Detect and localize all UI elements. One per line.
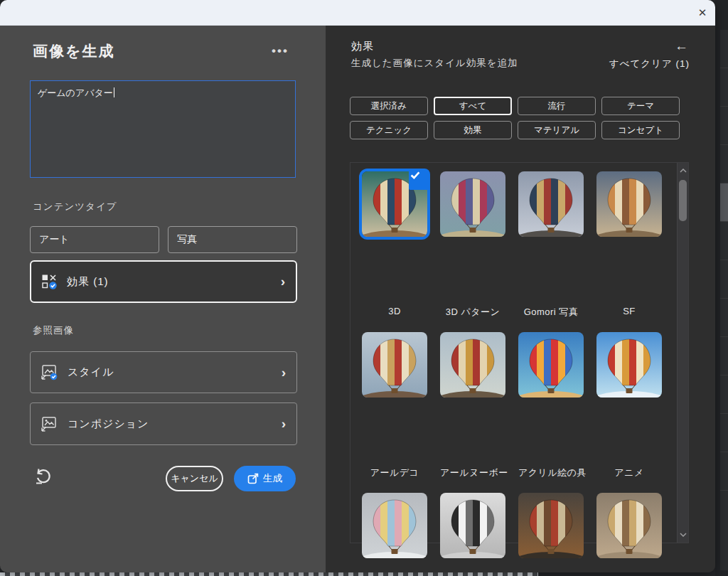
filter-chip-label: コンセプト	[618, 124, 663, 137]
effects-panel-title: 効果	[351, 40, 374, 53]
style-tile-label: アールヌーボー	[440, 466, 505, 479]
dialog-titlebar: ✕	[0, 0, 715, 26]
style-tile[interactable]: Gomori 写真	[518, 171, 584, 318]
filter-chip-label: 選択済み	[371, 100, 407, 112]
close-icon[interactable]: ✕	[694, 5, 711, 21]
balloon-illustration	[440, 332, 505, 398]
style-tile[interactable]: 3D パターン	[440, 171, 505, 318]
filter-chip-label: すべて	[459, 100, 486, 112]
generate-icon	[247, 473, 259, 484]
style-thumbnail	[362, 493, 427, 558]
reference-image-label: 参照画像	[33, 324, 74, 337]
balloon-illustration	[596, 493, 662, 558]
chevron-right-icon: ›	[282, 365, 287, 380]
filter-chip-label: テクニック	[366, 124, 412, 137]
style-thumbnail	[362, 171, 427, 237]
scroll-down-icon[interactable]	[678, 530, 689, 540]
style-thumbnail	[518, 171, 584, 237]
content-type-label: コンテンツタイプ	[33, 201, 117, 213]
style-tile[interactable]: アクリル絵の具	[518, 332, 584, 479]
scrollbar[interactable]	[677, 163, 688, 543]
balloon-illustration	[518, 493, 584, 558]
style-tile[interactable]: インテリアデ...	[596, 493, 662, 572]
clear-all-button[interactable]: すべてクリア (1)	[609, 58, 690, 70]
balloon-illustration	[596, 171, 662, 237]
generate-button-label: 生成	[263, 472, 282, 485]
filter-chip[interactable]: すべて	[434, 97, 512, 115]
generate-image-dialog: ✕ 画像を生成 ••• ゲームのアバター コンテンツタイプ アート 写真	[0, 0, 715, 572]
content-type-photo-button[interactable]: 写真	[168, 226, 297, 253]
style-tile[interactable]: インダストリアル	[518, 493, 584, 572]
background-panel-block	[720, 375, 728, 414]
chevron-right-icon: ›	[282, 416, 287, 432]
style-tile[interactable]: アールヌーボー	[440, 332, 505, 479]
back-arrow-icon[interactable]: ←	[675, 38, 688, 54]
selection-marching-ants	[0, 572, 538, 576]
scrollbar-thumb[interactable]	[679, 180, 687, 221]
style-tile[interactable]: アニメ	[596, 332, 662, 479]
text-caret	[114, 87, 114, 97]
screen: ✕ 画像を生成 ••• ゲームのアバター コンテンツタイプ アート 写真	[0, 0, 728, 576]
reset-icon[interactable]	[33, 466, 53, 486]
scroll-up-icon[interactable]	[678, 166, 689, 176]
composition-button-label: コンポジション	[68, 417, 149, 431]
background-panel-block	[720, 30, 728, 68]
balloon-illustration	[596, 332, 662, 398]
effects-button[interactable]: 効果 (1) ›	[30, 260, 297, 303]
filter-chip-label: マテリアル	[534, 124, 579, 137]
style-thumbnail	[440, 171, 505, 237]
style-tile-label: SF	[596, 306, 662, 318]
effects-panel-subtitle: 生成した画像にスタイル効果を追加	[351, 57, 518, 70]
background-panel-block	[720, 222, 728, 260]
style-tile[interactable]: 3D	[362, 171, 427, 318]
background-panel-column	[720, 30, 728, 570]
filter-chip[interactable]: 選択済み	[350, 97, 428, 115]
filter-chip[interactable]: マテリアル	[518, 121, 596, 139]
effects-panel: 効果 生成した画像にスタイル効果を追加 ← すべてクリア (1) 選択済み すべ…	[326, 26, 715, 572]
balloon-illustration	[440, 493, 505, 558]
filter-chip[interactable]: テクニック	[350, 121, 428, 139]
style-tile[interactable]: インキ	[440, 493, 505, 572]
style-thumbnail	[596, 171, 662, 237]
generate-button[interactable]: 生成	[234, 466, 296, 491]
selected-check-badge	[409, 169, 430, 190]
style-tile[interactable]: SF	[596, 171, 662, 318]
filter-chip[interactable]: コンセプト	[601, 121, 680, 139]
style-tile-label: アールデコ	[362, 466, 427, 479]
cancel-button[interactable]: キャンセル	[166, 466, 223, 491]
background-panel-block	[720, 68, 728, 107]
style-tile-label: Gomori 写真	[518, 306, 584, 318]
composition-reference-button[interactable]: コンポジション ›	[30, 402, 297, 445]
style-tile-label: 3D	[362, 306, 427, 318]
dialog-body: 画像を生成 ••• ゲームのアバター コンテンツタイプ アート 写真	[0, 26, 715, 572]
prompt-text: ゲームのアバター	[38, 87, 113, 98]
background-panel-block	[720, 452, 728, 491]
style-tile[interactable]: いたずら書き	[362, 493, 427, 572]
filter-chip-label: 流行	[548, 100, 566, 112]
style-tile[interactable]: アールデコ	[362, 332, 427, 479]
more-options-icon[interactable]: •••	[272, 44, 289, 58]
background-panel-block	[720, 145, 728, 183]
style-thumbnail	[440, 332, 505, 398]
prompt-input[interactable]: ゲームのアバター	[30, 80, 296, 178]
filter-chip[interactable]: 効果	[434, 121, 512, 139]
style-image-icon	[41, 364, 58, 380]
chevron-right-icon: ›	[281, 274, 286, 289]
filter-chip[interactable]: 流行	[518, 97, 596, 115]
style-tile-label: 3D パターン	[440, 306, 505, 318]
content-type-art-button[interactable]: アート	[30, 226, 159, 253]
background-panel-block	[720, 414, 728, 452]
style-thumbnail	[596, 493, 662, 558]
effects-grid-container: 3D 3D パターン	[350, 162, 689, 543]
background-app-edge	[715, 0, 728, 576]
effect-filter-chips: 選択済み すべて 流行 テーマ テクニック 効果 マテリアル コンセプト	[350, 97, 680, 139]
page-title: 画像を生成	[33, 41, 115, 61]
balloon-illustration	[518, 171, 584, 237]
background-panel-block	[720, 299, 728, 337]
style-thumbnail	[596, 332, 662, 398]
style-thumbnail	[440, 493, 505, 558]
content-type-options: アート 写真	[30, 226, 297, 253]
filter-chip[interactable]: テーマ	[601, 97, 680, 115]
effects-grid-icon	[41, 274, 57, 289]
style-reference-button[interactable]: スタイル ›	[30, 351, 297, 393]
